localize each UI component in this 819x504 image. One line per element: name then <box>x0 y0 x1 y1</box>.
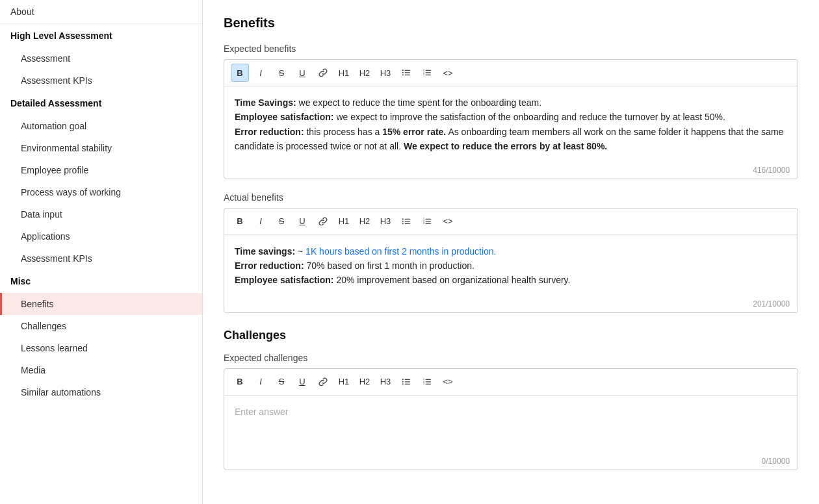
challenges-title: Challenges <box>224 329 798 342</box>
italic-button-2[interactable]: I <box>252 212 270 231</box>
ol-button-2[interactable]: 123 <box>418 212 436 231</box>
svg-text:3: 3 <box>423 73 424 76</box>
page-title: Benefits <box>224 16 798 31</box>
svg-point-15 <box>402 218 404 220</box>
strikethrough-button-1[interactable]: S <box>272 64 291 82</box>
actual-benefits-label: Actual benefits <box>224 192 798 203</box>
sidebar-item-applications[interactable]: Applications <box>0 225 202 247</box>
h2-button-1[interactable]: H2 <box>356 64 374 82</box>
svg-rect-30 <box>425 379 431 379</box>
actual-benefits-toolbar: B I S U H1 H2 H3 123 <> <box>224 208 798 235</box>
h1-button-1[interactable]: H1 <box>335 64 353 82</box>
sidebar-item-challenges[interactable]: Challenges <box>0 315 202 337</box>
svg-point-17 <box>402 223 404 224</box>
code-button-2[interactable]: <> <box>439 212 457 231</box>
link-button-1[interactable] <box>314 64 332 82</box>
svg-rect-25 <box>404 381 410 382</box>
sidebar-item-process-ways[interactable]: Process ways of working <box>0 181 202 203</box>
h1-button-2[interactable]: H1 <box>335 212 353 231</box>
expected-benefits-char-count: 416/10000 <box>224 163 798 179</box>
svg-rect-14 <box>404 223 410 223</box>
svg-rect-19 <box>425 221 431 221</box>
svg-rect-20 <box>425 223 431 223</box>
sidebar-item-employee-profile[interactable]: Employee profile <box>0 159 202 181</box>
h2-button-2[interactable]: H2 <box>356 212 374 231</box>
expected-challenges-toolbar: B I S U H1 H2 H3 123 <> <box>224 369 798 396</box>
italic-button-1[interactable]: I <box>252 64 270 82</box>
bold-button-1[interactable]: B <box>231 64 249 82</box>
sidebar-item-automation-goal[interactable]: Automation goal <box>0 115 202 137</box>
h3-button-2[interactable]: H3 <box>376 212 395 231</box>
svg-point-3 <box>402 69 404 71</box>
svg-rect-12 <box>404 218 410 219</box>
svg-point-29 <box>402 383 404 384</box>
code-button-1[interactable]: <> <box>439 64 457 82</box>
svg-rect-7 <box>425 72 431 73</box>
link-button-2[interactable] <box>314 212 332 231</box>
link-button-3[interactable] <box>314 373 332 391</box>
underline-button-3[interactable]: U <box>293 373 311 391</box>
expected-benefits-body[interactable]: Time Savings: we expect to reduce the ti… <box>224 86 798 163</box>
expected-challenges-body[interactable]: Enter answer <box>224 396 798 454</box>
strikethrough-button-2[interactable]: S <box>272 212 291 231</box>
svg-point-5 <box>402 74 404 75</box>
ol-button-3[interactable]: 123 <box>418 373 436 391</box>
ul-button-3[interactable] <box>397 373 415 391</box>
sidebar-item-assessment-kpis-2[interactable]: Assessment KPIs <box>0 247 202 270</box>
sidebar-item-benefits[interactable]: Benefits <box>0 293 202 315</box>
actual-benefits-char-count: 201/10000 <box>224 297 798 312</box>
expected-challenges-char-count: 0/10000 <box>224 454 798 470</box>
svg-point-4 <box>402 72 404 73</box>
svg-text:3: 3 <box>423 222 424 225</box>
italic-button-3[interactable]: I <box>252 373 270 391</box>
svg-point-27 <box>402 379 404 380</box>
h3-button-1[interactable]: H3 <box>376 64 395 82</box>
sidebar-item-media[interactable]: Media <box>0 359 202 381</box>
ol-button-1[interactable]: 123 <box>418 64 436 82</box>
actual-benefits-body[interactable]: Time savings: ~ 1K hours based on first … <box>224 235 798 297</box>
svg-rect-0 <box>404 70 410 71</box>
sidebar-item-about[interactable]: About <box>0 0 202 24</box>
sidebar-item-assessment-kpis-1[interactable]: Assessment KPIs <box>0 69 202 92</box>
expected-challenges-editor: B I S U H1 H2 H3 123 <> Enter answer 0/1… <box>224 368 798 470</box>
underline-button-1[interactable]: U <box>293 64 311 82</box>
expected-benefits-label: Expected benefits <box>224 44 798 54</box>
sidebar-item-data-input[interactable]: Data input <box>0 203 202 225</box>
strikethrough-button-3[interactable]: S <box>272 373 291 391</box>
svg-rect-1 <box>404 72 410 73</box>
h2-button-3[interactable]: H2 <box>356 373 374 391</box>
h3-button-3[interactable]: H3 <box>376 373 395 391</box>
sidebar-item-similar-automations[interactable]: Similar automations <box>0 381 202 403</box>
sidebar-item-lessons-learned[interactable]: Lessons learned <box>0 337 202 359</box>
svg-rect-32 <box>425 383 431 384</box>
bold-button-2[interactable]: B <box>231 212 249 231</box>
sidebar-item-assessment[interactable]: Assessment <box>0 47 202 69</box>
svg-point-16 <box>402 220 404 221</box>
time-savings-link[interactable]: 1K hours based on first 2 months in prod… <box>306 246 496 257</box>
svg-rect-26 <box>404 383 410 384</box>
svg-rect-18 <box>425 218 431 219</box>
sidebar-section-detailed[interactable]: Detailed Assessment <box>0 92 202 115</box>
expected-benefits-editor: B I S U H1 H2 H3 123 <> Time Savings: we… <box>224 59 798 179</box>
svg-rect-13 <box>404 221 410 221</box>
code-button-3[interactable]: <> <box>439 373 457 391</box>
sidebar-section-misc[interactable]: Misc <box>0 270 202 293</box>
svg-rect-2 <box>404 75 410 75</box>
svg-rect-24 <box>404 379 410 379</box>
h1-button-3[interactable]: H1 <box>335 373 353 391</box>
bold-button-3[interactable]: B <box>231 373 249 391</box>
ul-button-1[interactable] <box>397 64 415 82</box>
expected-challenges-label: Expected challenges <box>224 353 798 363</box>
ul-button-2[interactable] <box>397 212 415 231</box>
svg-point-28 <box>402 381 404 382</box>
actual-benefits-editor: B I S U H1 H2 H3 123 <> Time savings: ~ … <box>224 208 798 313</box>
svg-rect-31 <box>425 381 431 382</box>
svg-text:3: 3 <box>423 383 424 385</box>
sidebar-item-environmental-stability[interactable]: Environmental stability <box>0 137 202 159</box>
expected-benefits-toolbar: B I S U H1 H2 H3 123 <> <box>224 60 798 86</box>
sidebar: About High Level Assessment Assessment A… <box>0 0 203 504</box>
main-content: Benefits Expected benefits B I S U H1 H2… <box>203 0 819 504</box>
underline-button-2[interactable]: U <box>293 212 311 231</box>
sidebar-section-high-level[interactable]: High Level Assessment <box>0 24 202 47</box>
svg-rect-6 <box>425 70 431 71</box>
